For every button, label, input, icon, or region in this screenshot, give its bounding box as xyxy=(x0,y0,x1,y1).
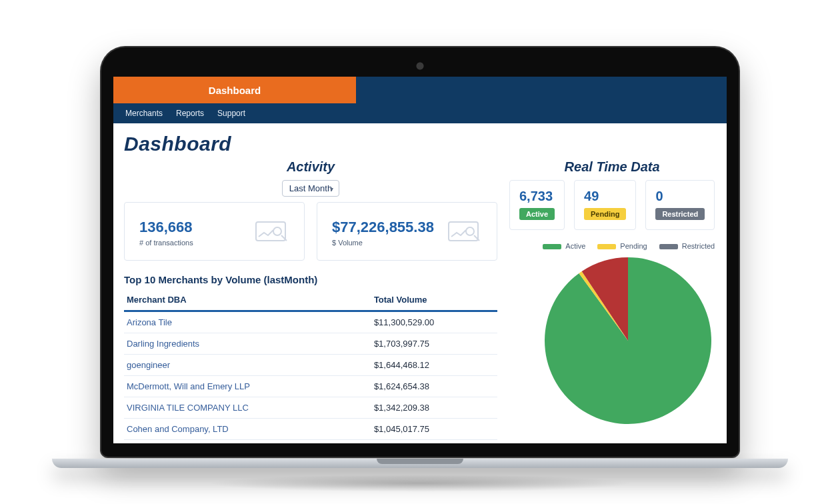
table-row[interactable]: Arizona Tile$11,300,529.00 xyxy=(124,311,497,333)
volume-value: $77,226,855.38 xyxy=(332,219,434,236)
top-merchants-title: Top 10 Merchants by Volume (lastMonth) xyxy=(124,274,497,285)
laptop-notch xyxy=(377,459,463,464)
legend-active: Active xyxy=(543,242,585,250)
pending-badge: Pending xyxy=(584,208,626,220)
merchant-dba[interactable]: goengineer xyxy=(124,355,371,376)
merchant-volume: $1,045,017.75 xyxy=(371,419,497,440)
realtime-pie-chart xyxy=(509,254,715,427)
legend-pending: Pending xyxy=(597,242,647,250)
nav-reports[interactable]: Reports xyxy=(176,109,204,118)
restricted-badge: Restricted xyxy=(655,208,705,220)
legend-restricted: Restricted xyxy=(659,242,715,250)
merchant-dba[interactable]: Arizona Tile xyxy=(124,311,371,333)
analytics-icon xyxy=(445,218,482,247)
merchant-dba[interactable]: Darling Ingredients xyxy=(124,333,371,355)
screen: Dashboard Merchants Reports Support Dash… xyxy=(113,77,727,443)
period-select[interactable]: Last Month ▾ xyxy=(282,180,339,197)
top-merchants-table: Merchant DBA Total Volume Arizona Tile$1… xyxy=(124,289,497,443)
table-row[interactable]: Old Point National Bank$879,608.94 xyxy=(124,440,497,444)
merchant-volume: $879,608.94 xyxy=(371,440,497,444)
merchant-dba[interactable]: VIRGINIA TILE COMPANY LLC xyxy=(124,397,371,419)
merchant-volume: $1,644,468.12 xyxy=(371,355,497,376)
activity-heading: Activity xyxy=(124,159,497,175)
analytics-icon xyxy=(252,218,289,247)
laptop-shadow xyxy=(207,475,633,492)
realtime-panel: Real Time Data 6,733 Active 49 Pending 0 xyxy=(509,159,715,427)
active-card: 6,733 Active xyxy=(509,180,565,230)
transactions-value: 136,668 xyxy=(139,219,193,236)
merchant-volume: $1,342,209.38 xyxy=(371,397,497,419)
restricted-value: 0 xyxy=(655,189,705,204)
chart-legend: Active Pending Restricted xyxy=(509,242,715,250)
merchant-volume: $1,703,997.75 xyxy=(371,333,497,355)
table-row[interactable]: McDermott, Will and Emery LLP$1,624,654.… xyxy=(124,376,497,397)
merchant-dba[interactable]: Old Point National Bank xyxy=(124,440,371,444)
table-row[interactable]: Cohen and Company, LTD$1,045,017.75 xyxy=(124,419,497,440)
laptop-frame: Dashboard Merchants Reports Support Dash… xyxy=(100,46,740,458)
period-select-value: Last Month xyxy=(289,183,332,193)
realtime-heading: Real Time Data xyxy=(509,159,715,175)
restricted-card: 0 Restricted xyxy=(645,180,715,230)
col-volume[interactable]: Total Volume xyxy=(371,289,497,311)
merchant-volume: $11,300,529.00 xyxy=(371,311,497,333)
active-value: 6,733 xyxy=(519,189,555,204)
nav-merchants[interactable]: Merchants xyxy=(125,109,163,118)
content: Dashboard Activity Last Month ▾ xyxy=(113,123,727,443)
sub-nav: Merchants Reports Support xyxy=(113,103,727,123)
chevron-down-icon: ▾ xyxy=(330,185,333,192)
svg-point-4 xyxy=(466,227,474,235)
volume-label: $ Volume xyxy=(332,239,434,247)
tab-dashboard[interactable]: Dashboard xyxy=(113,77,356,103)
table-row[interactable]: Darling Ingredients$1,703,997.75 xyxy=(124,333,497,355)
transactions-label: # of transactions xyxy=(139,239,193,247)
volume-card: $77,226,855.38 $ Volume xyxy=(317,202,497,261)
col-merchant[interactable]: Merchant DBA xyxy=(124,289,371,311)
nav-support[interactable]: Support xyxy=(217,109,245,118)
top-nav: Dashboard xyxy=(113,77,727,103)
merchant-dba[interactable]: McDermott, Will and Emery LLP xyxy=(124,376,371,397)
pending-card: 49 Pending xyxy=(574,180,636,230)
transactions-card: 136,668 # of transactions xyxy=(124,202,305,261)
merchant-volume: $1,624,654.38 xyxy=(371,376,497,397)
active-badge: Active xyxy=(519,208,555,220)
pending-value: 49 xyxy=(584,189,626,204)
svg-point-1 xyxy=(273,227,281,235)
table-row[interactable]: VIRGINIA TILE COMPANY LLC$1,342,209.38 xyxy=(124,397,497,419)
page-title: Dashboard xyxy=(124,133,713,155)
activity-panel: Activity Last Month ▾ 136,668 # of trans… xyxy=(124,159,497,443)
tab-dashboard-label: Dashboard xyxy=(209,85,261,96)
merchant-dba[interactable]: Cohen and Company, LTD xyxy=(124,419,371,440)
table-row[interactable]: goengineer$1,644,468.12 xyxy=(124,355,497,376)
